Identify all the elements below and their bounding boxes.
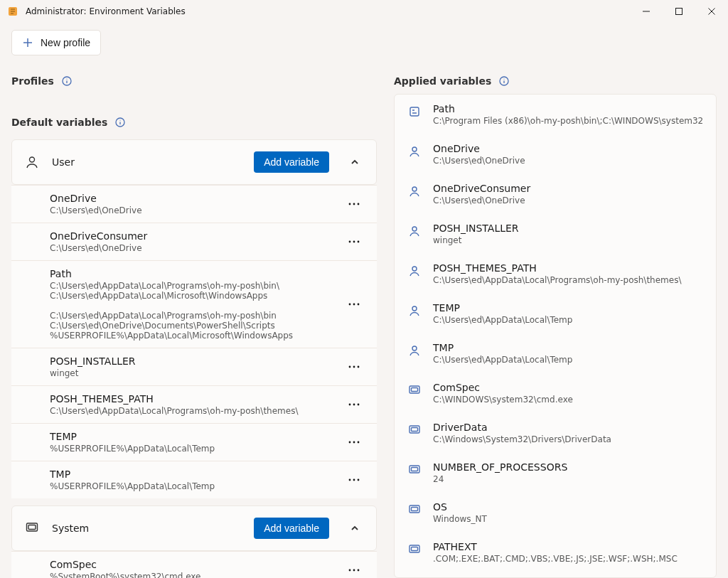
variable-value: C:\Users\ed\AppData\Local\Programs\oh-my… [50, 406, 336, 416]
user-icon [407, 264, 422, 278]
variable-row[interactable]: POSH_THEMES_PATHC:\Users\ed\AppData\Loca… [11, 385, 377, 423]
toolbar: New profile [0, 23, 728, 67]
add-variable-button-user[interactable]: Add variable [254, 151, 329, 173]
variable-name: OS [433, 501, 703, 513]
variable-name: OneDriveConsumer [433, 183, 703, 194]
variable-row[interactable]: OneDriveConsumerC:\Users\ed\OneDrive [11, 223, 377, 260]
applied-variable-row[interactable]: PathC:\Program Files (x86)\oh-my-posh\bi… [395, 95, 716, 134]
svg-point-31 [358, 441, 360, 443]
applied-variables-list[interactable]: PathC:\Program Files (x86)\oh-my-posh\bi… [394, 94, 717, 578]
svg-point-23 [349, 365, 351, 368]
applied-variable-row[interactable]: DriverDataC:\Windows\System32\Drivers\Dr… [395, 413, 716, 453]
more-icon[interactable] [344, 357, 364, 377]
applied-variable-row[interactable]: TEMPC:\Users\ed\AppData\Local\Temp [395, 294, 716, 333]
variable-value: C:\WINDOWS\system32\cmd.exe [433, 395, 703, 405]
applied-variable-row[interactable]: POSH_THEMES_PATHC:\Users\ed\AppData\Loca… [395, 254, 716, 294]
applied-variable-row[interactable]: POSH_INSTALLERwinget [395, 214, 716, 254]
info-icon[interactable] [114, 117, 126, 128]
close-button[interactable] [695, 0, 728, 23]
user-icon [25, 155, 39, 169]
more-icon[interactable] [344, 194, 364, 214]
svg-point-28 [358, 403, 360, 405]
system-icon [25, 521, 39, 535]
variable-value: %USERPROFILE%\AppData\Local\Temp [50, 481, 336, 491]
more-icon[interactable] [344, 395, 364, 414]
system-group-header[interactable]: System Add variable [11, 505, 377, 551]
info-icon[interactable] [498, 75, 510, 87]
variable-name: POSH_THEMES_PATH [433, 262, 703, 274]
chevron-up-icon[interactable] [346, 154, 363, 171]
default-variables-list[interactable]: User Add variable OneDriveC:\Users\ed\On… [11, 135, 377, 578]
applied-variable-row[interactable]: TMPC:\Users\ed\AppData\Local\Temp [395, 333, 716, 373]
svg-rect-36 [28, 525, 36, 529]
user-icon [407, 144, 422, 159]
svg-point-9 [66, 78, 67, 79]
variable-name: POSH_THEMES_PATH [50, 393, 336, 405]
chevron-up-icon[interactable] [346, 520, 363, 537]
svg-point-32 [349, 478, 351, 481]
window-title: Administrator: Environment Variables [26, 6, 186, 16]
svg-rect-51 [412, 388, 418, 392]
svg-rect-2 [676, 9, 682, 15]
svg-point-15 [353, 203, 355, 205]
svg-rect-57 [412, 508, 418, 511]
variable-name: OneDrive [50, 193, 336, 204]
new-profile-button[interactable]: New profile [11, 30, 101, 55]
variable-row[interactable]: POSH_INSTALLERwinget [11, 348, 377, 385]
more-icon[interactable] [344, 560, 364, 578]
applied-variable-row[interactable]: PATHEXT.COM;.EXE;.BAT;.CMD;.VBS;.VBE;.JS… [395, 532, 716, 572]
svg-point-29 [349, 441, 351, 443]
applied-variable-row[interactable]: ComSpecC:\WINDOWS\system32\cmd.exe [395, 373, 716, 413]
svg-point-46 [412, 227, 417, 231]
new-profile-label: New profile [41, 37, 90, 48]
path-icon [407, 105, 422, 119]
app-icon [7, 6, 18, 17]
applied-variable-row[interactable]: OSWindows_NT [395, 493, 716, 532]
more-icon[interactable] [344, 470, 364, 490]
variable-name: Path [50, 268, 336, 279]
applied-variable-row[interactable]: OneDriveC:\Users\ed\OneDrive [395, 134, 716, 174]
applied-variable-row[interactable]: NUMBER_OF_PROCESSORS24 [395, 453, 716, 493]
variable-value: C:\Users\ed\OneDrive [50, 205, 336, 215]
applied-variable-row[interactable]: POWERSHELL_DISTRIBUTION_CHANNEL [395, 572, 716, 578]
user-icon [407, 184, 422, 198]
variable-name: Path [433, 103, 703, 114]
maximize-button[interactable] [663, 0, 695, 23]
info-icon[interactable] [61, 75, 73, 87]
default-variables-title: Default variables [11, 108, 377, 135]
variable-name: ComSpec [433, 382, 703, 393]
svg-point-45 [412, 187, 417, 191]
applied-variables-title: Applied variables [394, 67, 717, 94]
variable-row[interactable]: OneDriveC:\Users\ed\OneDrive [11, 185, 377, 223]
svg-point-39 [358, 569, 360, 571]
variable-value: C:\Users\ed\OneDrive [433, 196, 703, 205]
variable-value: winget [50, 368, 336, 378]
variable-name: POSH_INSTALLER [50, 355, 336, 367]
variable-value: C:\Users\ed\OneDrive [433, 156, 703, 166]
system-icon [407, 423, 422, 437]
svg-point-17 [349, 240, 351, 242]
variable-row[interactable]: TEMP%USERPROFILE%\AppData\Local\Temp [11, 423, 377, 461]
variable-row[interactable]: PathC:\Users\ed\AppData\Local\Programs\o… [11, 260, 377, 348]
variable-value: C:\Users\ed\AppData\Local\Temp [433, 315, 703, 325]
svg-point-37 [349, 569, 351, 571]
variable-name: OneDrive [433, 143, 703, 154]
more-icon[interactable] [344, 232, 364, 252]
add-variable-button-system[interactable]: Add variable [254, 518, 329, 539]
plus-icon [22, 37, 33, 48]
more-icon[interactable] [344, 432, 364, 452]
user-icon [407, 304, 422, 318]
variable-row[interactable]: TMP%USERPROFILE%\AppData\Local\Temp [11, 461, 377, 498]
variable-name: TEMP [433, 302, 703, 314]
variable-row[interactable]: ComSpec%SystemRoot%\system32\cmd.exe [11, 551, 377, 578]
variable-value: C:\Program Files (x86)\oh-my-posh\bin\;C… [433, 116, 703, 126]
minimize-button[interactable] [630, 0, 663, 23]
svg-point-44 [412, 147, 417, 151]
variable-value: C:\Users\ed\AppData\Local\Programs\oh-my… [433, 275, 703, 285]
svg-point-12 [120, 119, 121, 120]
svg-point-26 [349, 403, 351, 405]
svg-point-16 [358, 203, 360, 205]
user-group-header[interactable]: User Add variable [11, 139, 377, 185]
applied-variable-row[interactable]: OneDriveConsumerC:\Users\ed\OneDrive [395, 174, 716, 214]
more-icon[interactable] [344, 294, 364, 314]
